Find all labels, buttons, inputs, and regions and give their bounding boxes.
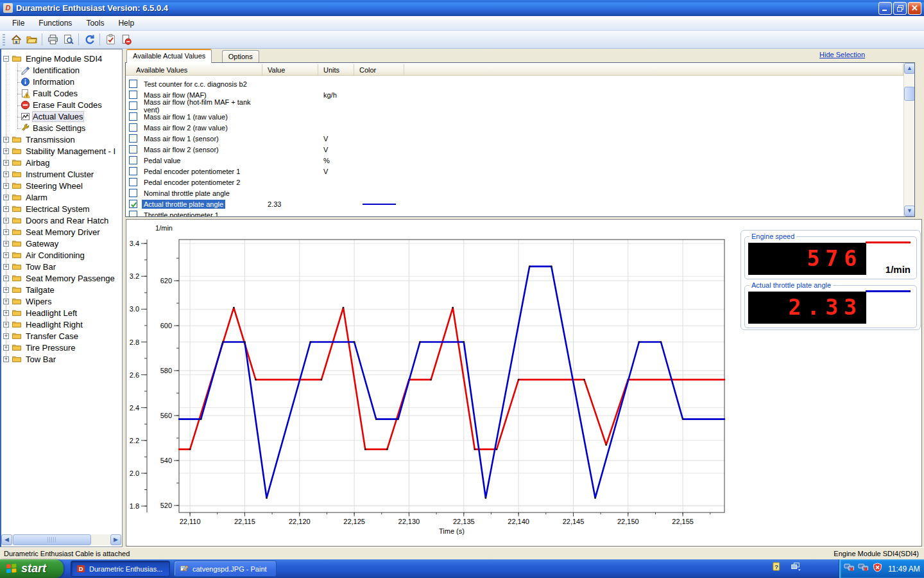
tab-available-actual-values[interactable]: Available Actual Values bbox=[126, 49, 212, 63]
sidebar-item-tow-bar[interactable]: +Tow Bar bbox=[1, 354, 122, 365]
row-checkbox[interactable] bbox=[129, 156, 137, 164]
expand-toggle[interactable]: + bbox=[3, 206, 9, 212]
row-checkbox[interactable] bbox=[129, 178, 137, 186]
hide-selection-link[interactable]: Hide Selection bbox=[819, 51, 865, 58]
expand-toggle[interactable]: + bbox=[3, 310, 9, 316]
help-button[interactable]: ? bbox=[771, 562, 782, 574]
expand-toggle[interactable]: + bbox=[3, 148, 9, 154]
row-checkbox[interactable] bbox=[129, 211, 137, 217]
list-row-mass-air-flow-1-sensor[interactable]: Mass air flow 1 (sensor)V bbox=[126, 133, 903, 144]
sidebar-item-basic-settings[interactable]: Basic Settings bbox=[1, 123, 122, 134]
list-row-pedal-encoder-potentiometer-1[interactable]: Pedal encoder potentiometer 1V bbox=[126, 166, 903, 177]
sidebar-item-gateway[interactable]: +Gateway bbox=[1, 238, 122, 250]
close-button[interactable]: ✕ bbox=[908, 2, 921, 15]
sidebar-item-seat-memory-driver[interactable]: +Seat Memory Driver bbox=[1, 227, 122, 238]
expand-toggle[interactable]: + bbox=[3, 171, 9, 177]
expand-toggle[interactable]: + bbox=[3, 333, 9, 339]
list-row-mass-air-flow-hot-film-maf-tank-vent[interactable]: Mass air flow (hot-film MAF + tank vent) bbox=[126, 100, 903, 111]
expand-toggle[interactable]: + bbox=[3, 264, 9, 270]
column-header-value[interactable]: Value bbox=[262, 64, 318, 76]
sidebar-item-seat-memory-passenge[interactable]: +Seat Memory Passenge bbox=[1, 273, 122, 285]
row-checkbox[interactable] bbox=[129, 101, 137, 110]
sidebar-item-wipers[interactable]: +Wipers bbox=[1, 296, 122, 308]
expand-toggle[interactable]: + bbox=[3, 195, 9, 200]
window-switch-button[interactable] bbox=[791, 562, 801, 574]
start-button[interactable]: start bbox=[0, 559, 64, 578]
sidebar-item-tire-pressure[interactable]: +Tire Pressure bbox=[1, 342, 122, 354]
clear-page-button[interactable] bbox=[118, 32, 133, 47]
sidebar-item-doors-and-rear-hatch[interactable]: +Doors and Rear Hatch bbox=[1, 215, 122, 227]
row-checkbox[interactable] bbox=[129, 134, 137, 143]
print-preview-button[interactable] bbox=[60, 32, 76, 47]
expand-toggle[interactable]: + bbox=[3, 229, 9, 235]
menu-file[interactable]: File bbox=[5, 17, 31, 30]
restore-button[interactable] bbox=[893, 2, 907, 15]
column-header-available-values[interactable]: Available Values bbox=[126, 64, 262, 76]
sidebar-item-alarm[interactable]: +Alarm bbox=[1, 192, 122, 204]
row-checkbox[interactable] bbox=[129, 167, 137, 175]
scrollbar-thumb[interactable] bbox=[13, 534, 91, 545]
sidebar-item-identification[interactable]: Identification bbox=[1, 65, 122, 76]
list-row-test-counter-for-c-c-diagnosis-b2[interactable]: Test counter for c.c. diagnosis b2 bbox=[126, 78, 903, 89]
menu-functions[interactable]: Functions bbox=[31, 17, 79, 30]
sidebar-item-tow-bar[interactable]: +Tow Bar bbox=[1, 261, 122, 273]
expand-toggle[interactable]: + bbox=[3, 287, 9, 293]
expand-toggle[interactable]: + bbox=[3, 299, 9, 304]
row-checkbox[interactable] bbox=[129, 200, 137, 208]
task-button-catvengspd-jpg-paint[interactable]: catvengspd.JPG - Paint bbox=[174, 561, 277, 577]
tab-options[interactable]: Options bbox=[222, 50, 259, 63]
refresh-button[interactable] bbox=[81, 32, 97, 47]
collapse-toggle[interactable]: − bbox=[3, 56, 9, 62]
home-button[interactable] bbox=[8, 32, 24, 47]
scroll-left-button[interactable]: ◀ bbox=[1, 534, 12, 545]
expand-toggle[interactable]: + bbox=[3, 137, 9, 143]
column-header-color[interactable]: Color bbox=[354, 64, 404, 76]
sidebar-item-tailgate[interactable]: +Tailgate bbox=[1, 285, 122, 296]
row-checkbox[interactable] bbox=[129, 80, 137, 88]
column-header-units[interactable]: Units bbox=[318, 64, 354, 76]
sidebar-item-engine-module-sdi4[interactable]: −Engine Module SDI4 bbox=[1, 53, 122, 65]
sidebar-item-transfer-case[interactable]: +Transfer Case bbox=[1, 331, 122, 342]
menu-help[interactable]: Help bbox=[111, 17, 141, 30]
task-button-durametric-enthusias[interactable]: DDurametric Enthusias... bbox=[71, 561, 170, 577]
sidebar-item-airbag[interactable]: +Airbag bbox=[1, 157, 122, 169]
sidebar-item-erase-fault-codes[interactable]: Erase Fault Codes bbox=[1, 100, 122, 111]
sidebar-item-transmission[interactable]: +Transmission bbox=[1, 134, 122, 146]
list-row-mass-air-flow-2-sensor[interactable]: Mass air flow 2 (sensor)V bbox=[126, 144, 903, 155]
list-row-nominal-throttle-plate-angle[interactable]: Nominal throttle plate angle bbox=[126, 188, 903, 198]
tray-network-x-icon[interactable] bbox=[844, 563, 855, 575]
expand-toggle[interactable]: + bbox=[3, 183, 9, 189]
list-row-pedal-value[interactable]: Pedal value% bbox=[126, 155, 903, 166]
list-row-actual-throttle-plate-angle[interactable]: Actual throttle plate angle2.33 bbox=[126, 198, 903, 209]
scrollbar-thumb[interactable] bbox=[904, 87, 915, 101]
expand-toggle[interactable]: + bbox=[3, 241, 9, 247]
minimize-button[interactable] bbox=[878, 2, 892, 15]
column-header-blank[interactable] bbox=[404, 64, 903, 76]
sidebar-item-actual-values[interactable]: Actual Values bbox=[1, 111, 122, 123]
scroll-up-button[interactable]: ▲ bbox=[904, 63, 915, 74]
sidebar-item-steering-wheel[interactable]: +Steering Wheel bbox=[1, 180, 122, 192]
sidebar-item-electrical-system[interactable]: +Electrical System bbox=[1, 204, 122, 215]
expand-toggle[interactable]: + bbox=[3, 345, 9, 351]
sidebar-item-information[interactable]: Information bbox=[1, 76, 122, 88]
scroll-down-button[interactable]: ▼ bbox=[904, 206, 915, 216]
tray-shield-alert-icon[interactable] bbox=[872, 563, 883, 575]
open-folder-button[interactable] bbox=[24, 32, 39, 47]
row-checkbox[interactable] bbox=[129, 145, 137, 153]
menu-tools[interactable]: Tools bbox=[79, 17, 111, 30]
expand-toggle[interactable]: + bbox=[3, 356, 9, 362]
expand-toggle[interactable]: + bbox=[3, 322, 9, 328]
expand-toggle[interactable]: + bbox=[3, 276, 9, 281]
sidebar-item-headlight-right[interactable]: +Headlight Right bbox=[1, 319, 122, 331]
print-button[interactable] bbox=[45, 32, 60, 47]
list-row-pedal-encoder-potentiometer-2[interactable]: Pedal encoder potentiometer 2 bbox=[126, 177, 903, 188]
log-check-button[interactable] bbox=[103, 32, 118, 47]
expand-toggle[interactable]: + bbox=[3, 160, 9, 166]
scroll-right-button[interactable]: ▶ bbox=[110, 534, 121, 545]
list-row-throttle-potentiometer-1[interactable]: Throttle potentiometer 1 bbox=[126, 209, 903, 217]
row-checkbox[interactable] bbox=[129, 91, 137, 99]
row-checkbox[interactable] bbox=[129, 123, 137, 132]
sidebar-item-instrument-cluster[interactable]: +Instrument Cluster bbox=[1, 169, 122, 180]
sidebar-item-air-conditioning[interactable]: +Air Conditioning bbox=[1, 250, 122, 261]
sidebar-item-headlight-left[interactable]: +Headlight Left bbox=[1, 308, 122, 319]
